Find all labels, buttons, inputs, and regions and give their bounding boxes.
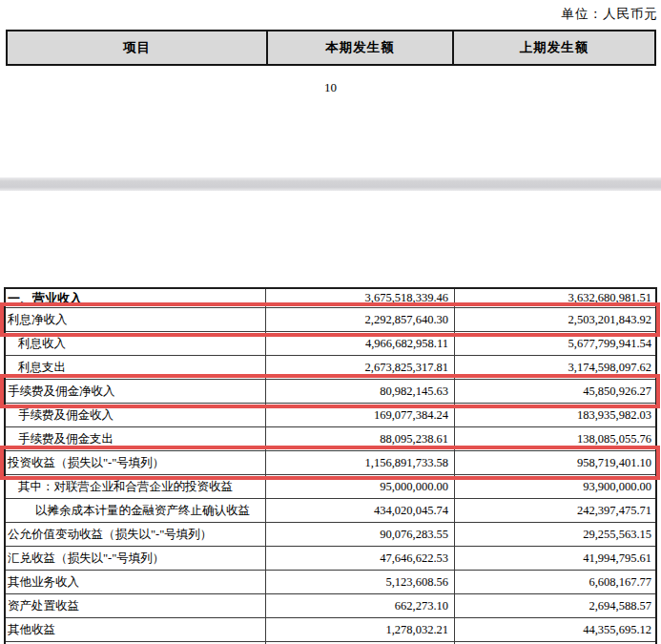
row-prior-period-value: 242,397,475.71 — [454, 499, 655, 522]
row-prior-period-value: 29,255,563.15 — [454, 523, 655, 546]
row-label: 一、营业收入 — [6, 289, 265, 307]
row-prior-period-value: 958,719,401.10 — [454, 451, 655, 474]
row-current-period-value: 88,095,238.61 — [265, 427, 454, 450]
row-current-period-value: 2,673,825,317.81 — [265, 356, 454, 379]
row-label: 利息支出 — [6, 356, 265, 379]
row-label: 汇兑收益（损失以"-"号填列） — [6, 547, 265, 570]
row-prior-period-value: 44,355,695.12 — [454, 618, 655, 641]
row-current-period-value: 2,292,857,640.30 — [265, 308, 454, 331]
row-prior-period-value: 2,694,588.57 — [454, 594, 655, 617]
row-prior-period-value: 2,503,201,843.92 — [454, 308, 655, 331]
row-label: 其他收益 — [6, 618, 265, 641]
column-header-current-period: 本期发生额 — [266, 31, 452, 64]
table-row: 以摊余成本计量的金融资产终止确认收益434,020,045.74242,397,… — [6, 499, 655, 523]
row-label: 手续费及佣金收入 — [6, 404, 265, 426]
row-prior-period-value: 183,935,982.03 — [454, 404, 655, 426]
table-row: 汇兑收益（损失以"-"号填列）47,646,622.5341,994,795.6… — [6, 547, 655, 571]
income-table-rows: 一、营业收入3,675,518,339.463,632,680,981.51利息… — [6, 289, 655, 644]
row-prior-period-value: 93,900,000.00 — [454, 475, 655, 498]
unit-label: 单位：人民币元 — [562, 6, 659, 23]
row-current-period-value: 4,966,682,958.11 — [265, 332, 454, 355]
table-row: 其他业务收入5,123,608.566,608,167.77 — [6, 571, 655, 594]
document-page: 单位：人民币元 项目 本期发生额 上期发生额 10 一、营业收入3,675,51… — [0, 0, 661, 644]
row-label: 其他业务收入 — [6, 571, 265, 593]
row-prior-period-value: 3,174,598,097.62 — [454, 356, 655, 379]
carryover-table-header: 项目 本期发生额 上期发生额 — [6, 30, 656, 66]
income-statement-table: 一、营业收入3,675,518,339.463,632,680,981.51利息… — [4, 287, 657, 644]
row-label: 以摊余成本计量的金融资产终止确认收益 — [6, 499, 265, 522]
table-row: 一、营业收入3,675,518,339.463,632,680,981.51 — [6, 289, 655, 308]
row-current-period-value: 434,020,045.74 — [265, 499, 454, 522]
row-label: 手续费及佣金净收入 — [6, 380, 265, 403]
row-current-period-value: 95,000,000.00 — [265, 475, 454, 498]
row-prior-period-value: 138,085,055.76 — [454, 427, 655, 450]
row-current-period-value: 5,123,608.56 — [265, 571, 454, 593]
page-break-separator — [0, 177, 661, 191]
row-prior-period-value: 5,677,799,941.54 — [454, 332, 655, 355]
row-label: 利息收入 — [6, 332, 265, 355]
row-current-period-value: 169,077,384.24 — [265, 404, 454, 426]
table-row: 资产处置收益662,273.102,694,588.57 — [6, 594, 655, 618]
row-prior-period-value: 3,632,680,981.51 — [454, 289, 655, 307]
table-row: 利息支出2,673,825,317.813,174,598,097.62 — [6, 356, 655, 380]
table-row: 手续费及佣金收入169,077,384.24183,935,982.03 — [6, 404, 655, 427]
row-label: 投资收益（损失以"-"号填列） — [6, 451, 265, 474]
table-row: 其中：对联营企业和合营企业的投资收益95,000,000.0093,900,00… — [6, 475, 655, 499]
row-current-period-value: 1,278,032.21 — [265, 618, 454, 641]
row-current-period-value: 1,156,891,733.58 — [265, 451, 454, 474]
table-row: 公允价值变动收益（损失以"-"号填列）90,076,283.5529,255,5… — [6, 523, 655, 547]
row-current-period-value: 662,273.10 — [265, 594, 454, 617]
row-label: 公允价值变动收益（损失以"-"号填列） — [6, 523, 265, 546]
table-row: 手续费及佣金支出88,095,238.61138,085,055.76 — [6, 427, 655, 451]
table-row: 利息收入4,966,682,958.115,677,799,941.54 — [6, 332, 655, 356]
row-label: 手续费及佣金支出 — [6, 427, 265, 450]
row-label: 资产处置收益 — [6, 594, 265, 617]
row-label: 利息净收入 — [6, 308, 265, 331]
row-current-period-value: 3,675,518,339.46 — [265, 289, 454, 307]
page-number: 10 — [0, 80, 661, 95]
column-header-prior-period: 上期发生额 — [452, 31, 654, 64]
row-label: 其中：对联营企业和合营企业的投资收益 — [6, 475, 265, 498]
table-row: 手续费及佣金净收入80,982,145.6345,850,926.27 — [6, 380, 655, 404]
column-header-item: 项目 — [8, 31, 266, 64]
row-current-period-value: 80,982,145.63 — [265, 380, 454, 403]
row-current-period-value: 47,646,622.53 — [265, 547, 454, 570]
table-row: 其他收益1,278,032.2144,355,695.12 — [6, 618, 655, 642]
row-prior-period-value: 6,608,167.77 — [454, 571, 655, 593]
row-prior-period-value: 45,850,926.27 — [454, 380, 655, 403]
row-current-period-value: 90,076,283.55 — [265, 523, 454, 546]
table-row: 投资收益（损失以"-"号填列）1,156,891,733.58958,719,4… — [6, 451, 655, 475]
table-row: 利息净收入2,292,857,640.302,503,201,843.92 — [6, 308, 655, 332]
row-prior-period-value: 41,994,795.61 — [454, 547, 655, 570]
